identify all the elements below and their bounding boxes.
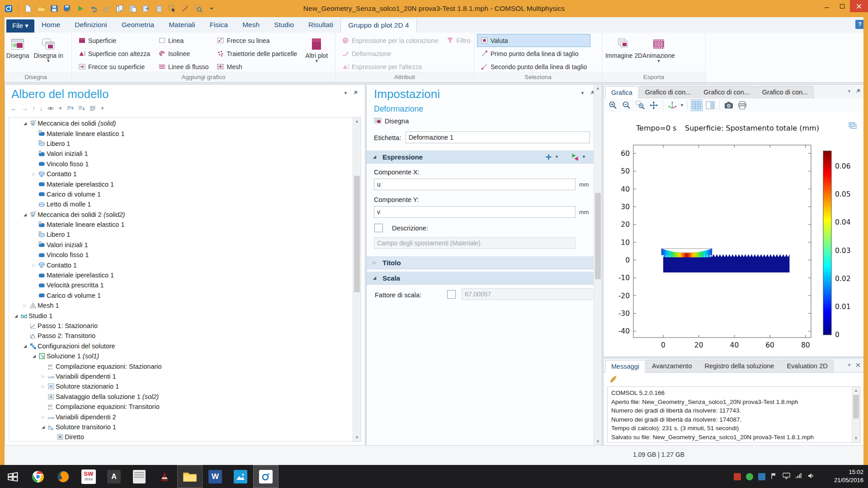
tree-node[interactable]: ◢Soluzione 1 (sol1) <box>9 351 353 361</box>
grid-on-button[interactable] <box>691 99 703 111</box>
arrow-right-icon[interactable]: → <box>21 104 28 112</box>
chevron-down-icon[interactable]: ▼ <box>680 103 684 107</box>
tree-expander-closed[interactable]: ▷ <box>42 374 47 379</box>
section-titolo[interactable]: ▷ Titolo <box>367 256 594 269</box>
tree-node[interactable]: ▷uvwVariabili dipendenti 2 <box>9 412 353 422</box>
section-scala[interactable]: ◢ Scala <box>367 272 594 285</box>
delete-button[interactable] <box>154 4 164 14</box>
tab-avanzamento[interactable]: Avanzamento <box>646 360 698 372</box>
section-expand-icon[interactable]: ▷ <box>373 260 379 265</box>
redo-button[interactable] <box>102 4 112 14</box>
new-file-button[interactable] <box>23 4 33 14</box>
caret-down-button[interactable] <box>207 4 217 14</box>
zoom-box-button[interactable] <box>634 99 646 111</box>
tree-node[interactable]: Passo 1: Stazionario <box>9 321 353 331</box>
arrow-down-icon[interactable]: ↓ <box>40 104 43 112</box>
tab-evaluation-2d[interactable]: Evaluation 2D <box>781 360 833 372</box>
section-collapse-icon[interactable]: ◢ <box>373 276 379 280</box>
tree-node[interactable]: DValori iniziali 1 <box>9 149 353 159</box>
chevron-down-icon[interactable]: ▼ <box>847 89 851 93</box>
zoom-in-button[interactable] <box>607 99 619 111</box>
chevron-down-icon[interactable]: ▼ <box>100 107 104 110</box>
tab-registro-della-soluzione[interactable]: Registro della soluzione <box>698 360 780 372</box>
close-button[interactable] <box>850 0 868 12</box>
ribbon-button-disegna[interactable]: Disegna <box>3 34 33 73</box>
taskbar-item-folder[interactable] <box>177 465 203 488</box>
tree-node[interactable]: ▷Contatto 1 <box>9 169 353 179</box>
description-checkbox[interactable] <box>374 224 383 232</box>
image-toggle-button[interactable] <box>704 99 716 111</box>
chevron-down-icon[interactable]: ▼ <box>58 107 62 110</box>
tree-node[interactable]: Salvataggio della soluzione 1 (sol2) <box>9 392 353 402</box>
tab-grafica[interactable]: Grafica <box>605 86 638 99</box>
etichetta-input[interactable] <box>406 131 590 143</box>
ribbon-button-frecce-su-linea[interactable]: Frecce su linea <box>213 34 301 47</box>
tab-mesh[interactable]: Mesh <box>235 18 267 33</box>
tab-definizioni[interactable]: Definizioni <box>67 18 114 33</box>
tree-node[interactable]: Letto di molle 1 <box>9 199 353 209</box>
ribbon-button-frecce-su-superficie[interactable]: Frecce su superficie <box>75 60 154 73</box>
tab-home[interactable]: Home <box>34 18 67 33</box>
component-x-input[interactable] <box>374 178 576 190</box>
chevron-down-icon[interactable]: ▼ <box>847 363 851 367</box>
tray-green-icon[interactable] <box>746 473 753 480</box>
tree-node[interactable]: ◢*Meccanica dei solidi (solid) <box>9 118 353 128</box>
tree-node[interactable]: Diretto <box>9 432 353 442</box>
chevron-down-icon[interactable]: ▼ <box>580 91 585 95</box>
ribbon-button-altri-plot[interactable]: Altri plot▼ <box>302 34 331 73</box>
scrollbar-thumb[interactable] <box>354 176 360 292</box>
help-button[interactable]: ? <box>855 20 864 29</box>
tree-node[interactable]: ◢*Meccanica dei solidi 2 (solid2) <box>9 210 353 220</box>
tree-node[interactable]: Passo 2: Transitorio <box>9 331 353 341</box>
tree-node[interactable]: ◢Configurazioni del solutore <box>9 341 353 351</box>
zoom-out-button[interactable] <box>621 99 632 111</box>
rows-button[interactable] <box>89 105 96 112</box>
scroll-down-arrow[interactable]: ▼ <box>353 434 361 441</box>
scrollbar-thumb[interactable] <box>595 193 601 280</box>
save-as-button[interactable] <box>62 4 72 14</box>
section-collapse-icon[interactable]: ◢ <box>373 155 379 159</box>
scale-factor-checkbox[interactable] <box>447 290 456 299</box>
add-expression-button[interactable]: ▼ <box>545 154 559 160</box>
tab-materiali[interactable]: Materiali <box>161 18 203 33</box>
plot-settings-icon[interactable] <box>849 121 857 129</box>
eye-button[interactable] <box>47 105 54 112</box>
tab-studio[interactable]: Studio <box>267 18 301 33</box>
tree-node[interactable]: ▷Mesh 1 <box>9 300 353 310</box>
taskbar-item-solidworks[interactable]: SW2016 <box>76 465 101 488</box>
tab-grafico-di-con-[interactable]: Grafico di con... <box>756 86 814 99</box>
tray-red-icon[interactable] <box>734 473 741 480</box>
paste-button[interactable] <box>128 4 138 14</box>
camera-button[interactable] <box>723 99 735 111</box>
tab-active-plot-group[interactable]: Gruppo di plot 2D 4 <box>340 18 416 33</box>
taskbar-item-vlc[interactable] <box>152 465 177 488</box>
zoom-extents-button[interactable] <box>648 99 660 111</box>
model-tree-scrollbar[interactable]: ▲ ▼ <box>353 117 361 441</box>
pin-icon[interactable] <box>855 88 861 94</box>
tray-volume-icon[interactable] <box>807 472 815 481</box>
copy-button[interactable] <box>115 4 125 14</box>
axis-orientation-button[interactable] <box>666 99 678 111</box>
tree-expander-closed[interactable]: ▷ <box>33 172 38 176</box>
ribbon-button-valuta[interactable]: Valuta <box>477 34 590 47</box>
ribbon-button-secondo-punto-della-linea-di-taglio[interactable]: Secondo punto della linea di taglio <box>477 60 590 73</box>
tree-expander-closed[interactable]: ▷ <box>24 303 29 308</box>
tab-fisica[interactable]: Fisica <box>203 18 235 33</box>
tree-node[interactable]: DLibero 1 <box>9 230 353 239</box>
ribbon-button-superficie-con-altezza[interactable]: Superficie con altezza <box>75 47 154 60</box>
taskbar-item-firefox[interactable] <box>51 465 76 488</box>
ribbon-button-disegna-in[interactable]: Disegna in▼ <box>33 34 63 73</box>
tree-expander-open[interactable]: ◢ <box>24 121 29 126</box>
tab-grafico-di-con-[interactable]: Grafico di con... <box>698 86 755 99</box>
tree-node[interactable]: Carico di volume 1 <box>9 189 353 199</box>
tree-node[interactable]: DMateriale lineare elastico 1 <box>9 220 353 230</box>
taskbar-item-chrome[interactable] <box>25 465 51 488</box>
taskbar-item-autodesk[interactable]: A <box>101 465 127 488</box>
ribbon-button-linea[interactable]: Linea <box>155 34 212 47</box>
rows-up-button[interactable] <box>66 105 74 112</box>
tab-geometria[interactable]: Geometria <box>114 18 161 33</box>
tree-node[interactable]: Carico di volume 1 <box>9 291 353 300</box>
tree-node[interactable]: Vincolo fisso 1 <box>9 159 353 169</box>
tree-node[interactable]: Materiale iperelastico 1 <box>9 179 353 189</box>
settings-scrollbar[interactable]: ▲ ▼ <box>594 84 602 446</box>
